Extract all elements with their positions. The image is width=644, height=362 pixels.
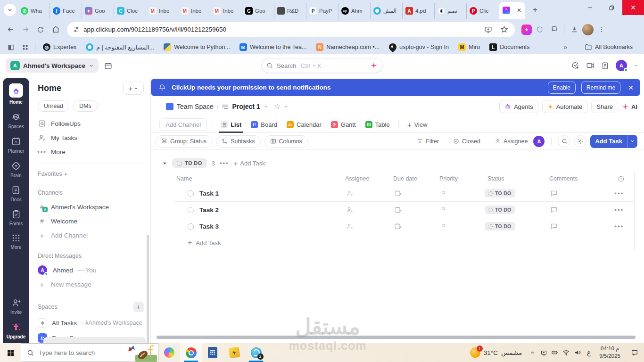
remind-me-button[interactable]: Remind me bbox=[581, 82, 620, 94]
assignee-avatar[interactable]: A bbox=[533, 136, 545, 147]
taskbar-calculator-icon[interactable] bbox=[202, 343, 223, 362]
space-all-tasks[interactable]: All Tasks - #Ahmed's Workspace bbox=[38, 316, 144, 330]
action-center-icon[interactable] bbox=[625, 343, 644, 362]
add-space-button[interactable]: + bbox=[133, 302, 144, 312]
bookmark-uspto[interactable]: uspto-gov - Sign In bbox=[385, 41, 453, 53]
task-row[interactable]: Task 3 TO DO ••• bbox=[174, 218, 634, 234]
new-tab-button[interactable]: + bbox=[529, 4, 541, 16]
sidebar-item-followups[interactable]: FollowUps bbox=[38, 116, 144, 131]
tab-calendar[interactable]: 31 Calendar bbox=[283, 117, 325, 132]
priority-cell[interactable] bbox=[437, 206, 485, 213]
browser-tab-pdf[interactable]: A4.pd bbox=[403, 3, 435, 19]
minimize-button[interactable] bbox=[579, 0, 601, 15]
chevron-down-icon[interactable] bbox=[634, 63, 638, 68]
volume-icon[interactable] bbox=[572, 343, 583, 362]
browser-tab-inbox-2[interactable]: MInbo bbox=[178, 3, 210, 19]
taskbar-chrome-icon[interactable] bbox=[180, 343, 202, 362]
rail-item-docs[interactable]: Docs bbox=[11, 185, 22, 202]
browser-tab-inbox-1[interactable]: MInbo bbox=[146, 3, 178, 19]
breadcrumb-project[interactable]: Project 1 bbox=[232, 103, 260, 110]
due-date-cell[interactable] bbox=[390, 222, 437, 230]
ai-sparkle-icon[interactable] bbox=[370, 62, 378, 69]
task-menu-icon[interactable]: ••• bbox=[603, 190, 634, 197]
taskbar-copilot-icon[interactable] bbox=[158, 343, 180, 362]
calendar-header-icon[interactable] bbox=[104, 62, 112, 70]
comments-cell[interactable] bbox=[546, 206, 603, 214]
browser-tab-clockify[interactable]: CCloc bbox=[114, 3, 146, 19]
user-avatar[interactable]: A bbox=[616, 60, 627, 71]
taskbar-search-box[interactable] bbox=[21, 343, 158, 362]
column-header-name[interactable]: Name bbox=[174, 175, 342, 182]
assignee-filter-button[interactable]: Assignee bbox=[489, 135, 529, 148]
collapse-caret-icon[interactable] bbox=[162, 161, 167, 166]
browser-tab-upwork[interactable]: upAhm bbox=[339, 3, 371, 19]
priority-cell[interactable] bbox=[437, 223, 485, 230]
add-channel-view-button[interactable]: Add Channel bbox=[159, 118, 207, 131]
assignee-cell[interactable] bbox=[342, 206, 390, 214]
shield-extension-icon[interactable] bbox=[534, 24, 546, 36]
omnibox[interactable]: app.clickup.com/90121189756/v/l/li/90121… bbox=[67, 22, 515, 37]
search-highlight-doodle[interactable] bbox=[127, 345, 157, 362]
group-menu-icon[interactable]: ••• bbox=[220, 160, 229, 167]
rail-item-spaces[interactable]: Spaces bbox=[8, 112, 24, 129]
column-header-status[interactable]: Status bbox=[485, 175, 546, 182]
assignee-cell[interactable] bbox=[342, 189, 390, 197]
dm-ahmed[interactable]: A Ahmed — You bbox=[38, 263, 144, 277]
tab-board[interactable]: Board bbox=[247, 117, 281, 132]
bookmark-miro[interactable]: MMiro bbox=[454, 41, 484, 53]
channel-ahmeds-workspace[interactable]: #A Ahmed's Workspace bbox=[38, 200, 144, 214]
browser-tab-google[interactable]: ✦Goo bbox=[82, 3, 114, 19]
browser-tab-pinterest[interactable]: PClic bbox=[467, 3, 499, 19]
new-message-button[interactable]: + New message bbox=[38, 277, 144, 291]
restore-button[interactable] bbox=[601, 0, 622, 15]
browser-tab-tasmim[interactable]: ✳تصم bbox=[435, 3, 467, 19]
sidebar-item-my-tasks[interactable]: My Tasks bbox=[38, 131, 144, 145]
column-header-comments[interactable]: Comments bbox=[546, 175, 603, 182]
task-status-circle-icon[interactable] bbox=[188, 207, 194, 213]
horizontal-scrollbar[interactable] bbox=[157, 336, 636, 339]
sidebar-item-more[interactable]: ••• More bbox=[38, 145, 144, 159]
taskbar-obs-icon[interactable]: 2 bbox=[245, 343, 267, 362]
bookmark-namecheap[interactable]: NNamecheap.com •... bbox=[312, 41, 383, 53]
channel-welcome[interactable]: # Welcome bbox=[38, 214, 144, 228]
filter-button[interactable]: Filter bbox=[412, 135, 444, 148]
direct-messages-section-header[interactable]: Direct Messages bbox=[38, 253, 144, 259]
bookmarks-overflow-icon[interactable]: » bbox=[563, 43, 567, 51]
channels-section-header[interactable]: Channels bbox=[38, 189, 144, 196]
tab-gantt[interactable]: Gantt bbox=[327, 117, 360, 132]
taskbar-clock[interactable]: 04:10 م 9/5/2025 bbox=[594, 345, 625, 360]
task-row[interactable]: Task 2 TO DO ••• bbox=[174, 201, 634, 218]
panel-add-button[interactable]: + bbox=[123, 82, 144, 95]
weather-widget[interactable]: ! 31°C مشمس bbox=[465, 347, 527, 358]
new-task-check-icon[interactable] bbox=[571, 61, 579, 70]
list-search-button[interactable] bbox=[558, 135, 570, 148]
start-button[interactable] bbox=[0, 343, 21, 362]
side-panel-icon[interactable] bbox=[5, 41, 17, 53]
bookmark-mostaql-projects[interactable]: المشاريع المفتوحة | م... bbox=[82, 41, 158, 53]
chevron-down-icon[interactable] bbox=[264, 104, 268, 109]
reload-icon[interactable] bbox=[34, 23, 47, 36]
task-row[interactable]: Task 1 TO DO ••• bbox=[174, 185, 634, 201]
spaces-section-header[interactable]: Spaces + bbox=[38, 302, 144, 312]
all-bookmarks-button[interactable]: All Bookmarks bbox=[581, 41, 639, 53]
rail-item-planner[interactable]: 5 Planner bbox=[8, 136, 24, 154]
notepad-icon[interactable] bbox=[601, 62, 609, 70]
share-button[interactable]: Share bbox=[591, 100, 618, 113]
back-icon[interactable] bbox=[4, 23, 17, 36]
rail-item-upgrade[interactable]: Upgrade bbox=[7, 322, 26, 339]
task-menu-icon[interactable]: ••• bbox=[603, 223, 634, 230]
bookmark-documents[interactable]: LDocuments bbox=[486, 41, 533, 53]
browser-tab-clickup-active[interactable]: ^ ✕ bbox=[499, 2, 525, 19]
status-cell[interactable]: TO DO bbox=[485, 189, 546, 197]
record-clip-icon[interactable] bbox=[586, 61, 594, 70]
priority-cell[interactable] bbox=[437, 190, 485, 197]
column-header-priority[interactable]: Priority bbox=[437, 175, 485, 182]
task-menu-icon[interactable]: ••• bbox=[603, 206, 634, 214]
agents-button[interactable]: Agents bbox=[499, 100, 538, 113]
rail-item-brain[interactable]: Brain bbox=[10, 161, 21, 178]
browser-profile-avatar[interactable] bbox=[582, 24, 594, 35]
task-status-circle-icon[interactable] bbox=[188, 223, 194, 230]
banner-close-icon[interactable]: ✕ bbox=[628, 84, 634, 91]
hidden-icons-chevron[interactable] bbox=[527, 343, 538, 362]
install-app-icon[interactable] bbox=[482, 24, 494, 36]
